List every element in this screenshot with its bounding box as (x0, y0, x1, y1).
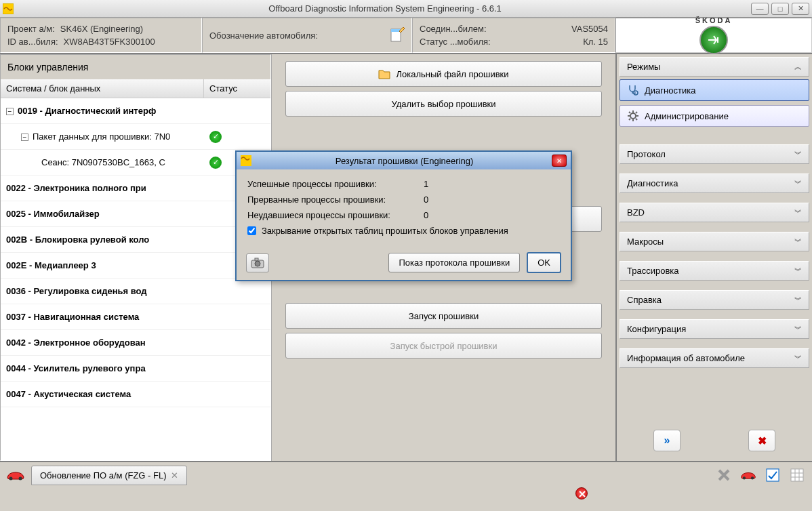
section-header[interactable]: Протокол︾ (620, 144, 809, 164)
grid-icon[interactable] (788, 466, 807, 485)
tree-body[interactable]: −0019 - Диагностический интерф−Пакет дан… (1, 98, 270, 460)
aborted-value: 0 (424, 195, 428, 205)
start-flash-button[interactable]: Запуск прошивки (285, 303, 602, 329)
tree-row[interactable]: 0042 - Электронное оборудован (1, 330, 270, 356)
failed-value: 0 (424, 210, 428, 220)
tree-cell-status (204, 392, 270, 397)
section-header[interactable]: Диагностика︾ (620, 173, 809, 193)
dialog-body: Успешные процессы прошивки:1 Прерванные … (237, 169, 571, 245)
car-status-icon[interactable] (739, 466, 758, 485)
col-system[interactable]: Система / блок данных (1, 79, 204, 98)
tree-header: Система / блок данных Статус (1, 79, 270, 98)
tree-row[interactable]: 0047 - Акустическая система (1, 382, 270, 407)
tree-cell-label: −Пакет данных для прошивки: 7N0 (1, 129, 204, 144)
ok-button[interactable]: OK (527, 252, 561, 273)
tree-row[interactable]: 0022 - Электроника полного при (1, 176, 270, 201)
section-label: Протокол (627, 149, 666, 159)
close-button[interactable]: ✕ (792, 3, 809, 15)
tree-expander-icon[interactable]: − (6, 108, 14, 115)
tree-cell-label: 0042 - Электронное оборудован (1, 335, 204, 350)
folder-icon (378, 68, 390, 79)
dialog-titlebar[interactable]: Результат прошивки (Engineering) ✕ (237, 152, 571, 169)
bottom-tab-label: Обновление ПО а/м (FZG - FL) (40, 470, 167, 481)
chevron-down-icon: ︾ (794, 207, 802, 218)
skoda-logo: ŠKODA (695, 16, 733, 54)
section-header[interactable]: Конфигурация︾ (620, 319, 809, 339)
delete-icon[interactable] (714, 466, 733, 485)
mode-diagnostics[interactable]: Диагностика (620, 79, 809, 101)
local-firmware-label: Локальный файл прошивки (396, 69, 508, 79)
status-value: Кл. 15 (583, 37, 608, 47)
tree-cell-status (204, 108, 270, 114)
minimize-button[interactable]: — (751, 3, 769, 15)
chevron-down-icon: ︾ (794, 237, 802, 247)
modes-header[interactable]: Режимы ︽ (620, 57, 809, 77)
tree-row[interactable]: 002E - Медиаплеер 3 (1, 253, 270, 279)
section-header[interactable]: Макросы︾ (620, 232, 809, 251)
show-flash-protocol-button[interactable]: Показ протокола прошивки (388, 253, 520, 272)
mode-administration[interactable]: Администрирование (620, 105, 809, 127)
close-tables-checkbox[interactable] (247, 226, 256, 235)
section-header[interactable]: Информация об автомобиле︾ (620, 348, 809, 368)
conn-value: VAS5054 (571, 24, 608, 34)
flash-result-dialog: Результат прошивки (Engineering) ✕ Успеш… (235, 150, 572, 281)
modes-header-label: Режимы (627, 62, 660, 72)
tree-row[interactable]: Сеанс: 7N0907530BC_1663, С✓ (1, 150, 270, 176)
tree-row[interactable]: 0025 - Иммобилайзер (1, 201, 270, 227)
tab-close-icon[interactable]: ✕ (171, 470, 178, 481)
error-indicator-icon[interactable] (575, 487, 588, 499)
section-label: Справка (627, 295, 662, 305)
tree-row[interactable]: −0019 - Диагностический интерф (1, 98, 270, 124)
section-label: Макросы (627, 237, 664, 247)
maximize-button[interactable]: □ (771, 3, 789, 15)
checklist-icon[interactable] (763, 466, 782, 485)
start-flash-label: Запуск прошивки (409, 311, 479, 321)
start-quick-flash-button[interactable]: Запуск быстрой прошивки (285, 333, 602, 359)
mode-administration-label: Администрирование (645, 111, 729, 121)
cancel-icon: ✖ (758, 434, 767, 447)
control-units-panel: Блоки управления Система / блок данных С… (0, 54, 271, 461)
dialog-footer: Показ протокола прошивки OK (237, 245, 571, 280)
dialog-title: Результат прошивки (Engineering) (257, 156, 552, 166)
svg-point-5 (19, 477, 22, 481)
section-label: Информация об автомобиле (627, 353, 745, 363)
delete-sel-label: Удалить выбор прошивки (391, 99, 495, 109)
cancel-button[interactable]: ✖ (748, 430, 775, 451)
tree-cell-label: 0047 - Акустическая система (1, 386, 204, 402)
col-status[interactable]: Статус (204, 79, 270, 98)
conn-label: Соедин...билем: (420, 24, 487, 34)
quick-flash-label: Запуск быстрой прошивки (390, 341, 498, 351)
tree-cell-label: Сеанс: 7N0907530BC_1663, С (1, 155, 204, 170)
bottom-tab[interactable]: Обновление ПО а/м (FZG - FL) ✕ (31, 466, 187, 485)
chevron-down-icon: ︾ (794, 324, 802, 334)
project-value: SK46X (Engineering) (60, 24, 143, 34)
svg-point-4 (9, 477, 13, 481)
tree-row[interactable]: 0036 - Регулировка сиденья вод (1, 279, 270, 304)
local-firmware-file-button[interactable]: Локальный файл прошивки (285, 61, 602, 87)
screenshot-button[interactable] (246, 253, 269, 272)
section-header[interactable]: BZD︾ (620, 203, 809, 222)
tree-row[interactable]: 0044 - Усилитель рулевого упра (1, 356, 270, 382)
project-cell: Проект а/м:SK46X (Engineering) ID ав...б… (0, 18, 202, 53)
notepad-icon[interactable] (388, 27, 405, 43)
designation-label: Обозначение автомобиля: (209, 30, 318, 41)
window-title: Offboard Diagnostic Information System E… (19, 3, 751, 14)
tree-row[interactable]: −Пакет данных для прошивки: 7N0✓ (1, 124, 270, 150)
app-icon (3, 3, 14, 14)
tree-row[interactable]: 002B - Блокировка рулевой коло (1, 227, 270, 253)
svg-point-6 (743, 476, 746, 479)
forward-button[interactable]: » (653, 430, 681, 451)
section-header[interactable]: Справка︾ (620, 290, 809, 310)
chevron-down-icon: ︾ (794, 295, 802, 305)
tree-cell-label: 0044 - Усилитель рулевого упра (1, 361, 204, 376)
car-icon[interactable] (5, 469, 26, 481)
tree-expander-icon[interactable]: − (21, 134, 28, 141)
svg-point-7 (751, 476, 754, 479)
tree-cell-label: 0025 - Иммобилайзер (1, 206, 204, 222)
tree-cell-status (204, 340, 270, 346)
section-header[interactable]: Трассировка︾ (620, 261, 809, 281)
tree-row[interactable]: 0037 - Навигационная система (1, 304, 270, 330)
delete-firmware-selection-button[interactable]: Удалить выбор прошивки (285, 91, 602, 117)
dialog-close-button[interactable]: ✕ (552, 155, 567, 167)
svg-point-3 (630, 113, 636, 119)
